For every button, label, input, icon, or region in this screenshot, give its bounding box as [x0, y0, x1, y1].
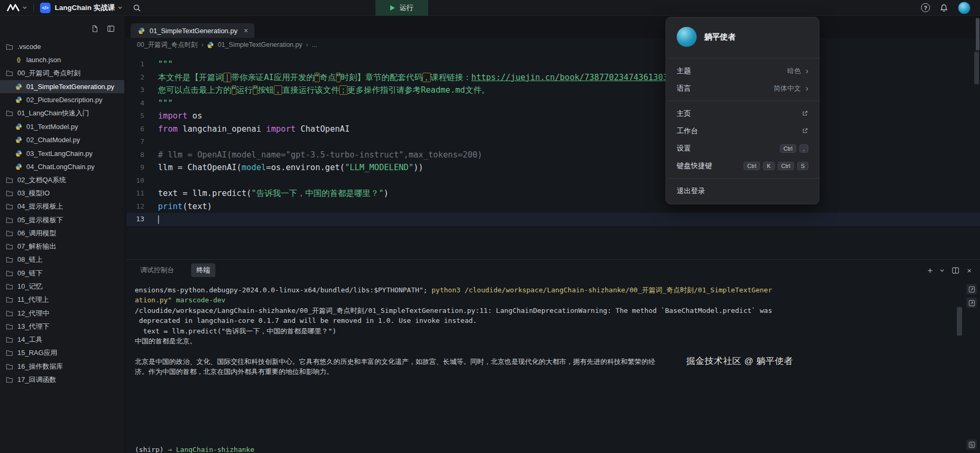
run-button[interactable]: 运行 — [375, 0, 428, 16]
terminal-output[interactable]: ensions/ms-python.debugpy-2024.0.0-linux… — [135, 282, 949, 453]
project-name[interactable]: LangChain 实战课 — [55, 3, 115, 13]
file-name: 04_ChatLongChain.py — [26, 163, 94, 171]
file-item[interactable]: 00_开篇词_奇点时刻 — [0, 67, 124, 80]
file-item[interactable]: 16_操作数据库 — [0, 360, 124, 373]
avatar[interactable] — [958, 2, 971, 14]
file-item[interactable]: 01_TextModel.py — [0, 120, 124, 133]
python-icon — [207, 42, 214, 48]
file-item[interactable]: 11_代理上 — [0, 293, 124, 307]
file-item[interactable]: 03_TextLangChain.py — [0, 146, 124, 160]
terminal-profile-chevron-icon[interactable] — [940, 269, 944, 272]
file-item[interactable]: 12_代理中 — [0, 307, 124, 320]
file-item[interactable]: 09_链下 — [0, 267, 124, 280]
folder-icon — [5, 70, 14, 76]
run-label: 运行 — [400, 3, 413, 13]
open-output-in-editor-icon[interactable] — [966, 284, 977, 294]
editor-tab[interactable]: 01_SimpleTextGeneration.py × — [131, 23, 254, 38]
menu-item-shortcuts[interactable]: 键盘快捷键CtrlKCtrlS — [666, 157, 819, 174]
topbar-right: ? — [921, 2, 974, 14]
file-name: 17_回调函数 — [17, 375, 56, 385]
line-number: 1 — [126, 58, 158, 71]
code-line[interactable]: 5import os — [126, 110, 980, 123]
file-item[interactable]: .vscode — [0, 40, 124, 53]
file-item[interactable]: 02_PictureDescription.py — [0, 93, 124, 106]
file-name: 11_代理上 — [17, 295, 49, 304]
line-number: 8 — [126, 149, 158, 162]
kbd-key: K — [763, 162, 774, 170]
tab-terminal[interactable]: 终端 — [191, 263, 215, 277]
help-icon[interactable]: ? — [921, 3, 930, 12]
code-line[interactable]: 2本文件是【开篇词｜带你亲证AI应用开发的“奇点”时刻】章节的配套代码，课程链接… — [126, 71, 980, 84]
split-terminal-icon[interactable] — [952, 267, 959, 274]
menu-item-logout[interactable]: 退出登录 — [666, 182, 819, 200]
breadcrumb-more[interactable]: ... — [312, 41, 317, 48]
close-panel-icon[interactable]: × — [967, 267, 972, 274]
notifications-bell-icon[interactable] — [940, 4, 948, 12]
file-item[interactable]: 10_记忆 — [0, 280, 124, 293]
folder-icon — [5, 297, 14, 303]
collapse-sidebar-icon[interactable] — [107, 25, 115, 33]
file-item[interactable]: 04_提示模板上 — [0, 200, 124, 213]
code-line[interactable]: 13 — [126, 213, 980, 226]
scrollbar-thumb[interactable] — [974, 52, 979, 84]
code-line[interactable]: 11text = llm.predict("告诉我一下，中国的首都是哪里？") — [126, 187, 980, 200]
file-item[interactable]: 02_ChatModel.py — [0, 133, 124, 146]
search-icon[interactable] — [133, 4, 141, 12]
open-output-in-window-icon[interactable] — [966, 298, 977, 308]
file-item[interactable]: 04_ChatLongChain.py — [0, 160, 124, 173]
panel-corner-icon[interactable] — [966, 439, 977, 450]
window-scrollbar-thumb[interactable] — [976, 18, 979, 51]
line-content: print(text) — [158, 200, 212, 213]
code-line[interactable]: 9llm = ChatOpenAI(model=os.environ.get("… — [126, 161, 980, 174]
folder-icon — [5, 310, 14, 317]
code-line[interactable]: 6from langchain_openai import ChatOpenAI — [126, 123, 980, 136]
menu-item-language[interactable]: 语言简体中文› — [666, 80, 819, 97]
file-item[interactable]: 01_SimpleTextGeneration.py — [0, 80, 124, 93]
code-line[interactable]: 3您可以点击最上方的“运行”按钮，直接运行该文件；更多操作指引请参考Readme… — [126, 84, 980, 97]
folder-icon — [5, 190, 14, 196]
python-icon — [14, 136, 23, 143]
terminal-line: 济。作为中国的首都，北京在国内外都具有重要的地位和影响力。 — [135, 367, 949, 377]
tab-close-icon[interactable]: × — [244, 27, 248, 34]
file-name: 01_TextModel.py — [26, 123, 78, 131]
tab-debug-console[interactable]: 调试控制台 — [135, 263, 180, 277]
file-item[interactable]: 06_调用模型 — [0, 226, 124, 240]
code-line[interactable]: 7 — [126, 135, 980, 149]
breadcrumb-folder[interactable]: 00_开篇词_奇点时刻 — [137, 41, 197, 50]
code-line[interactable]: 4""" — [126, 97, 980, 110]
menu-item-workbench[interactable]: 工作台 — [666, 122, 819, 140]
workspace-menu-chevron-icon[interactable] — [23, 6, 27, 9]
file-item[interactable]: 02_文档QA系统 — [0, 173, 124, 186]
code-line[interactable]: 12print(text) — [126, 200, 980, 213]
file-item[interactable]: 13_代理下 — [0, 320, 124, 333]
new-file-icon[interactable] — [91, 25, 98, 33]
code-line[interactable]: 8# llm = OpenAI(model_name="gpt-3.5-turb… — [126, 149, 980, 162]
file-item[interactable]: 14_工具 — [0, 333, 124, 347]
file-item[interactable]: 01_LangChain快速入门 — [0, 106, 124, 120]
editor-scrollbar[interactable] — [974, 52, 979, 259]
menu-item-home[interactable]: 主页 — [666, 105, 819, 122]
code-line[interactable]: 10 — [126, 174, 980, 188]
scrollbar-thumb[interactable] — [957, 307, 962, 336]
code-line[interactable]: 1""" — [126, 58, 980, 71]
file-item[interactable]: 17_回调函数 — [0, 373, 124, 386]
terminal-scrollbar[interactable] — [957, 307, 962, 336]
menu-item-theme[interactable]: 主题暗色› — [666, 62, 819, 80]
kbd-key: S — [797, 162, 808, 170]
file-item[interactable]: {}launch.json — [0, 53, 124, 66]
file-item[interactable]: 05_提示模板下 — [0, 213, 124, 226]
terminal-prompt-line: (shirp) → LangChain-shizhanke — [135, 445, 949, 453]
line-number: 10 — [126, 174, 158, 188]
file-explorer: .vscode{}launch.json00_开篇词_奇点时刻01_Simple… — [0, 16, 124, 453]
code-editor[interactable]: 1"""2本文件是【开篇词｜带你亲证AI应用开发的“奇点”时刻】章节的配套代码，… — [126, 52, 980, 259]
file-item[interactable]: 08_链上 — [0, 253, 124, 267]
project-menu-chevron-icon[interactable] — [118, 6, 122, 9]
file-item[interactable]: 03_模型IO — [0, 186, 124, 200]
menu-item-value: 简体中文 — [774, 84, 801, 93]
line-content: llm = ChatOpenAI(model=os.environ.get("L… — [158, 161, 423, 174]
file-item[interactable]: 07_解析输出 — [0, 240, 124, 253]
breadcrumb-file[interactable]: 01_SimpleTextGeneration.py — [217, 41, 302, 48]
new-terminal-icon[interactable]: + — [927, 266, 933, 275]
menu-item-settings[interactable]: 设置Ctrl, — [666, 140, 819, 157]
file-item[interactable]: 15_RAG应用 — [0, 347, 124, 360]
